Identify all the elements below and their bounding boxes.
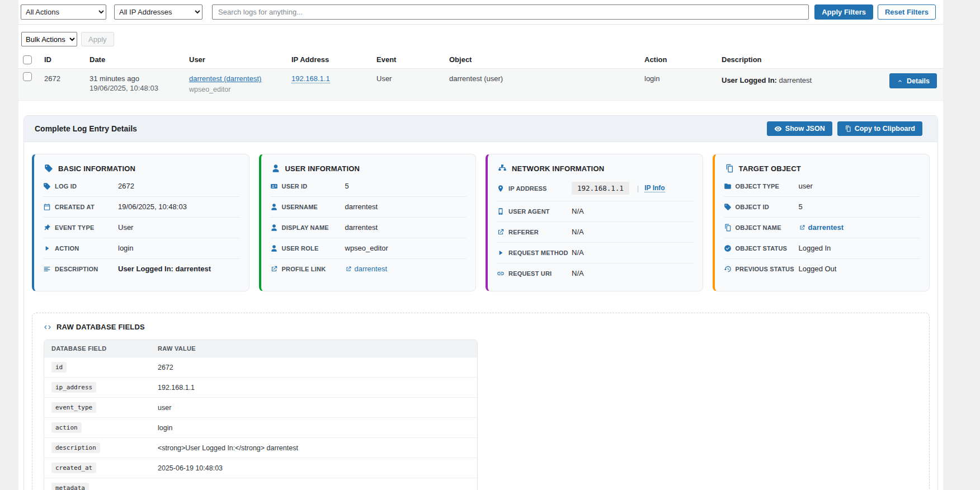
request-uri-row: REQUEST URI N/A <box>497 263 694 284</box>
details-panel-body: BASIC INFORMATION LOG ID 2672 CREATED AT… <box>24 142 937 490</box>
date-relative: 31 minutes ago <box>89 74 181 83</box>
raw-fields-table-header: DATABASE FIELD RAW VALUE <box>44 340 477 357</box>
column-header-action: Action <box>641 52 718 68</box>
bulk-actions-row: Bulk Actions Apply <box>18 25 943 52</box>
username-row: USERNAME darrentest <box>270 197 467 218</box>
apply-filters-button[interactable]: Apply Filters <box>814 4 873 20</box>
bulk-apply-button[interactable]: Apply <box>81 32 114 46</box>
sitemap-icon <box>498 164 507 173</box>
details-panel-header: Complete Log Entry Details Show JSON Cop… <box>24 116 937 142</box>
raw-row-ip-address: ip_address 192.168.1.1 <box>44 377 477 397</box>
ip-filter-select[interactable]: All IP Addresses <box>114 4 202 20</box>
date-absolute: 19/06/2025, 10:48:03 <box>89 84 181 92</box>
external-link-icon <box>270 265 278 273</box>
check-circle-icon <box>724 244 732 252</box>
log-date-cell: 31 minutes ago 19/06/2025, 10:48:03 <box>86 69 186 99</box>
user-information-title: USER INFORMATION <box>270 163 467 176</box>
log-object-cell: darrentest (user) <box>446 69 641 89</box>
separator: | <box>637 184 639 192</box>
column-header-id: ID <box>41 52 86 68</box>
profile-link[interactable]: darrentest <box>345 265 388 273</box>
log-table-header: ID Date User IP Address Event Object Act… <box>18 52 943 69</box>
id-card-icon <box>270 182 278 190</box>
raw-column-field: DATABASE FIELD <box>44 340 150 357</box>
chevron-up-icon <box>897 78 903 84</box>
row-checkbox[interactable] <box>23 72 32 81</box>
map-marker-icon <box>497 185 505 192</box>
tag-icon <box>43 182 51 190</box>
user-role-label: wpseo_editor <box>189 86 284 93</box>
user-icon <box>270 224 278 232</box>
object-name-link[interactable]: darrentest <box>799 223 844 232</box>
object-name-row: OBJECT NAME darrentest <box>724 218 921 238</box>
column-header-description: Description <box>718 52 882 68</box>
copy-to-clipboard-button[interactable]: Copy to Clipboard <box>837 121 922 136</box>
basic-information-title: BASIC INFORMATION <box>43 163 240 176</box>
show-json-button[interactable]: Show JSON <box>767 121 832 136</box>
object-id-row: OBJECT ID 5 <box>724 197 921 218</box>
caret-right-icon <box>43 244 51 252</box>
details-toggle-button[interactable]: Details <box>889 73 937 88</box>
description-row: DESCRIPTION User Logged In: darrentest <box>43 259 240 279</box>
tag-icon <box>724 203 732 211</box>
ip-info-link[interactable]: IP Info <box>644 184 665 192</box>
bulk-actions-select[interactable]: Bulk Actions <box>21 32 77 46</box>
raw-database-fields-title: RAW DATABASE FIELDS <box>44 323 918 331</box>
external-link-icon <box>345 266 352 272</box>
user-agent-row: USER AGENT N/A <box>497 201 694 222</box>
log-id-cell: 2672 <box>41 69 86 89</box>
user-icon <box>270 203 278 211</box>
ip-address-link[interactable]: 192.168.1.1 <box>291 74 330 83</box>
network-information-card: NETWORK INFORMATION IP ADDRESS 192.168.1… <box>486 154 703 291</box>
calendar-icon <box>43 203 51 211</box>
raw-row-metadata: metadata <box>44 478 477 490</box>
user-link[interactable]: darrentest (darrentest) <box>189 74 261 83</box>
copy-icon <box>845 125 851 132</box>
details-panel-title: Complete Log Entry Details <box>35 124 137 133</box>
raw-row-created-at: created_at 2025-06-19 10:48:03 <box>44 458 477 478</box>
ip-address-row: IP ADDRESS 192.168.1.1 | IP Info <box>497 176 694 201</box>
copy-pages-icon <box>724 224 732 232</box>
raw-fields-table: DATABASE FIELD RAW VALUE id 2672 ip_addr… <box>44 340 478 490</box>
code-icon <box>44 323 51 331</box>
log-id-row: LOG ID 2672 <box>43 176 240 197</box>
user-id-row: USER ID 5 <box>270 176 467 197</box>
column-header-user: User <box>186 52 288 68</box>
filter-bar: All Actions All IP Addresses Apply Filte… <box>18 0 943 25</box>
column-header-date: Date <box>86 52 186 68</box>
search-input[interactable] <box>212 4 809 20</box>
log-action-cell: login <box>641 69 718 89</box>
select-all-checkbox[interactable] <box>23 55 32 64</box>
pushpin-icon <box>43 224 51 232</box>
eye-icon <box>774 125 782 133</box>
raw-column-value: RAW VALUE <box>150 340 477 357</box>
ip-address-chip: 192.168.1.1 <box>572 182 629 195</box>
raw-row-event-type: event_type user <box>44 397 477 417</box>
external-link-icon <box>799 224 805 231</box>
column-header-object: Object <box>446 52 641 68</box>
description-bold: User Logged In: <box>722 76 777 84</box>
link-icon <box>497 270 505 277</box>
tag-icon <box>44 164 53 173</box>
raw-row-action: action login <box>44 417 477 437</box>
copy-pages-icon <box>725 164 734 173</box>
caret-right-icon <box>497 249 505 257</box>
basic-information-card: BASIC INFORMATION LOG ID 2672 CREATED AT… <box>32 154 249 291</box>
log-details-panel: Complete Log Entry Details Show JSON Cop… <box>23 115 938 490</box>
raw-row-description: description <strong>User Logged In:</str… <box>44 437 477 458</box>
history-icon <box>724 265 732 273</box>
column-header-ip: IP Address <box>288 52 373 68</box>
reset-filters-button[interactable]: Reset Filters <box>878 4 936 20</box>
event-type-row: EVENT TYPE User <box>43 218 240 238</box>
column-header-event: Event <box>373 52 446 68</box>
log-table-row: 2672 31 minutes ago 19/06/2025, 10:48:03… <box>18 69 943 101</box>
list-lines-icon <box>43 265 51 273</box>
referer-row: REFERER N/A <box>497 222 694 243</box>
actions-filter-select[interactable]: All Actions <box>21 4 106 20</box>
display-name-row: DISPLAY NAME darrentest <box>270 218 467 238</box>
user-icon <box>270 244 278 252</box>
log-user-cell: darrentest (darrentest) wpseo_editor <box>186 69 288 100</box>
user-icon <box>271 164 280 173</box>
folder-icon <box>724 182 732 190</box>
raw-database-fields-section: RAW DATABASE FIELDS DATABASE FIELD RAW V… <box>32 313 930 490</box>
